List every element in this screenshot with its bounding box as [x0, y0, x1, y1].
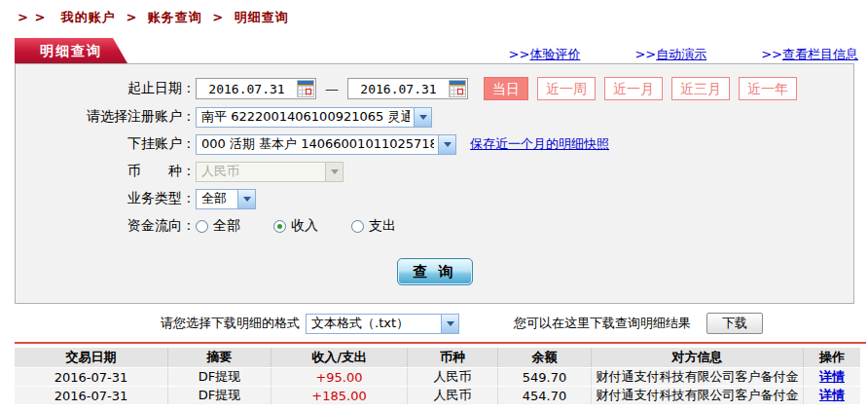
sub-account-select[interactable]: 000 活期 基本户 1406600101102571848 — [196, 134, 456, 155]
end-date-input[interactable]: 2016.07.31 — [347, 78, 468, 99]
currency-row: 币 种： 人民币 — [16, 161, 853, 182]
currency-label: 币 种： — [16, 163, 196, 180]
preset-last-year-button[interactable]: 近一年 — [739, 77, 797, 100]
query-button-row: 查 询 — [16, 258, 853, 285]
col-balance: 余额 — [498, 348, 592, 367]
calendar-icon[interactable] — [449, 80, 466, 97]
link-view-column-info[interactable]: >>查看栏目信息 — [761, 46, 858, 63]
radio-button-icon[interactable] — [196, 220, 208, 233]
header-row: 明细查询 >>体验评价 >>自动演示 >>查看栏目信息 — [0, 37, 868, 63]
table-row: 2016-07-31 DF提现 +95.00 人民币 549.70 财付通支付科… — [15, 368, 860, 386]
cell-summary: DF提现 — [168, 368, 271, 386]
header-links: >>体验评价 >>自动演示 >>查看栏目信息 — [509, 46, 868, 63]
breadcrumb-separator: > — [126, 10, 137, 24]
preset-last-month-button[interactable]: 近一月 — [604, 77, 663, 100]
currency-select: 人民币 — [196, 162, 344, 182]
cell-counterparty: 财付通支付科技有限公司客户备付金 — [592, 368, 804, 386]
col-date: 交易日期 — [15, 348, 168, 367]
chevron-down-icon — [325, 163, 343, 181]
download-format-select[interactable]: 文本格式（.txt） — [306, 314, 459, 334]
cell-balance: 454.70 — [498, 387, 592, 404]
download-button[interactable]: 下载 — [706, 313, 763, 334]
detail-query-page: > > 我的账户 > 账务查询 > 明细查询 明细查询 >>体验评价 >>自动演… — [0, 0, 868, 411]
cell-balance: 549.70 — [498, 368, 592, 386]
preset-last-3-months-button[interactable]: 近三月 — [671, 77, 730, 100]
breadcrumb-separator: > — [212, 10, 224, 24]
radio-all[interactable]: 全部 — [196, 217, 240, 235]
download-hint: 您可以在这里下载查询明细结果 — [514, 315, 691, 332]
col-counterparty: 对方信息 — [592, 348, 804, 367]
radio-expense[interactable]: 支出 — [351, 217, 396, 235]
cell-counterparty: 财付通支付科技有限公司客户备付金 — [592, 387, 804, 404]
link-auto-demo[interactable]: >>自动演示 — [634, 46, 706, 63]
radio-button-icon[interactable] — [351, 220, 364, 233]
link-experience-rating[interactable]: >>体验评价 — [509, 46, 581, 63]
breadcrumb-account-query[interactable]: 账务查询 — [148, 10, 202, 24]
download-row: 请您选择下载明细的格式 文本格式（.txt） 您可以在这里下载查询明细结果 下载 — [161, 311, 868, 336]
business-type-label: 业务类型： — [16, 190, 196, 207]
col-amount: 收入/支出 — [271, 348, 408, 367]
fund-flow-options: 全部 收入 支出 — [196, 217, 396, 235]
col-summary: 摘要 — [168, 348, 271, 367]
breadcrumb-prefix: > > — [18, 10, 46, 24]
cell-summary: DF提现 — [168, 387, 271, 404]
detail-link[interactable]: 详情 — [819, 388, 845, 402]
business-type-select[interactable]: 全部 — [196, 189, 256, 209]
cell-amount: +95.00 — [271, 368, 408, 386]
cell-currency: 人民币 — [408, 387, 498, 404]
chevron-down-icon[interactable] — [441, 315, 458, 333]
cell-date: 2016-07-31 — [15, 387, 168, 404]
save-monthly-snapshot-link[interactable]: 保存近一个月的明细快照 — [470, 135, 609, 153]
breadcrumb-my-account[interactable]: 我的账户 — [61, 10, 116, 24]
table-divider — [15, 342, 866, 344]
registered-account-label: 请选择注册账户： — [16, 108, 196, 126]
breadcrumb: > > 我的账户 > 账务查询 > 明细查询 — [0, 0, 868, 26]
cell-amount: +185.00 — [271, 387, 408, 404]
radio-income[interactable]: 收入 — [273, 217, 318, 235]
chevron-down-icon[interactable] — [438, 135, 455, 154]
sub-account-row: 下挂账户： 000 活期 基本户 1406600101102571848 保存近… — [16, 133, 853, 155]
date-presets: 当日 近一周 近一月 近三月 近一年 — [484, 77, 797, 100]
start-date-input[interactable]: 2016.07.31 — [196, 78, 316, 99]
breadcrumb-detail-query[interactable]: 明细查询 — [235, 10, 289, 24]
preset-last-week-button[interactable]: 近一周 — [537, 77, 596, 100]
col-currency: 币种 — [408, 348, 498, 367]
registered-account-select[interactable]: 南平 6222001406100921065 灵通卡 — [196, 107, 432, 128]
registered-account-row: 请选择注册账户： 南平 6222001406100921065 灵通卡 — [16, 106, 853, 128]
sub-account-label: 下挂账户： — [16, 135, 196, 153]
cell-date: 2016-07-31 — [15, 368, 168, 386]
business-type-row: 业务类型： 全部 — [16, 188, 853, 209]
date-range-row: 起止日期： 2016.07.31 — 2016.07.31 当日 近一周 近一月… — [16, 77, 853, 100]
date-range-dash: — — [325, 81, 339, 96]
query-form-panel: 起止日期： 2016.07.31 — 2016.07.31 当日 近一周 近一月… — [15, 63, 854, 304]
detail-link[interactable]: 详情 — [819, 369, 845, 384]
table-row: 2016-07-31 DF提现 +185.00 人民币 454.70 财付通支付… — [15, 387, 860, 404]
fund-flow-label: 资金流向： — [16, 217, 196, 235]
chevron-down-icon[interactable] — [414, 108, 431, 127]
table-header-row: 交易日期 摘要 收入/支出 币种 余额 对方信息 操作 — [15, 348, 860, 367]
chevron-down-icon[interactable] — [237, 190, 255, 208]
calendar-icon[interactable] — [297, 80, 314, 97]
download-format-label: 请您选择下载明细的格式 — [161, 315, 300, 332]
transactions-table: 交易日期 摘要 收入/支出 币种 余额 对方信息 操作 2016-07-31 D… — [15, 347, 860, 405]
date-range-label: 起止日期： — [16, 80, 196, 97]
query-button[interactable]: 查 询 — [397, 258, 473, 285]
preset-today-button[interactable]: 当日 — [484, 77, 528, 100]
radio-button-icon[interactable] — [273, 220, 286, 233]
tab-detail-query[interactable]: 明细查询 — [15, 38, 127, 63]
fund-flow-row: 资金流向： 全部 收入 支出 — [16, 215, 853, 237]
col-action: 操作 — [804, 348, 860, 367]
cell-currency: 人民币 — [408, 368, 498, 386]
